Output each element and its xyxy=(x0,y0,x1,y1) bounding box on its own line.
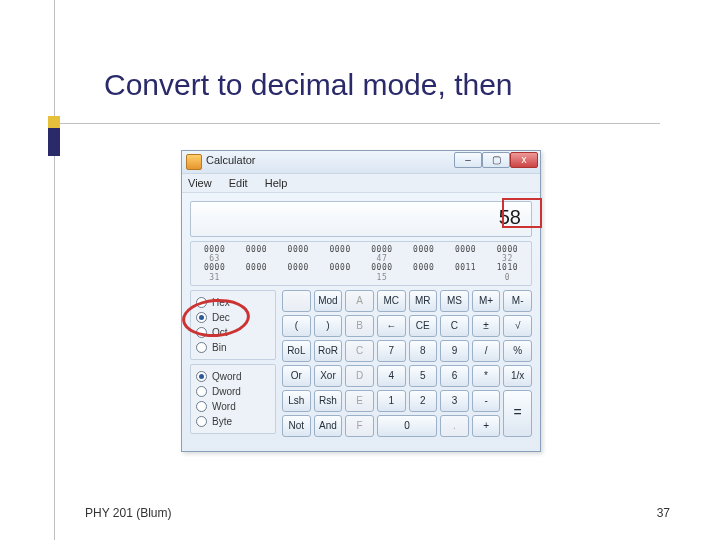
btn-ror[interactable]: RoR xyxy=(314,340,343,362)
radio-oct-label: Oct xyxy=(212,327,228,338)
menu-help[interactable]: Help xyxy=(265,177,288,189)
radio-hex[interactable]: Hex xyxy=(196,295,270,310)
btn-and[interactable]: And xyxy=(314,415,343,437)
radio-dec[interactable]: Dec xyxy=(196,310,270,325)
btn-chex[interactable]: C xyxy=(345,340,374,362)
btn-3[interactable]: 3 xyxy=(440,390,469,412)
slide-title: Convert to decimal mode, then xyxy=(104,68,513,102)
btn-equals[interactable]: = xyxy=(503,390,532,437)
base-radio-group: Hex Dec Oct Bin xyxy=(190,290,276,360)
bit-nibble: 0000 xyxy=(446,245,485,254)
bit-index xyxy=(446,273,485,282)
btn-not[interactable]: Not xyxy=(282,415,311,437)
btn-1[interactable]: 1 xyxy=(377,390,406,412)
btn-sqrt[interactable]: √ xyxy=(503,315,532,337)
btn-mod[interactable]: Mod xyxy=(314,290,343,312)
btn-ce[interactable]: CE xyxy=(409,315,438,337)
btn-0[interactable]: 0 xyxy=(377,415,437,437)
calculator-window: Calculator – ▢ x View Edit Help 58 0000 … xyxy=(181,150,541,452)
btn-4[interactable]: 4 xyxy=(377,365,406,387)
radio-byte-label: Byte xyxy=(212,416,232,427)
app-title: Calculator xyxy=(206,154,256,166)
footer-left: PHY 201 (Blum) xyxy=(85,506,171,520)
bit-nibble: 0000 xyxy=(320,245,359,254)
bit-panel: 0000 0000 0000 0000 0000 0000 0000 0000 … xyxy=(190,241,532,286)
bit-index xyxy=(237,273,276,282)
btn-blank[interactable] xyxy=(282,290,311,312)
bit-nibble: 0000 xyxy=(237,245,276,254)
bit-nibble: 0000 xyxy=(362,245,401,254)
radio-qword-label: Qword xyxy=(212,371,241,382)
btn-divide[interactable]: / xyxy=(472,340,501,362)
radio-bin-label: Bin xyxy=(212,342,226,353)
btn-mminus[interactable]: M- xyxy=(503,290,532,312)
btn-7[interactable]: 7 xyxy=(377,340,406,362)
btn-2[interactable]: 2 xyxy=(409,390,438,412)
radio-dword[interactable]: Dword xyxy=(196,384,270,399)
btn-backspace[interactable]: ← xyxy=(377,315,406,337)
btn-percent[interactable]: % xyxy=(503,340,532,362)
btn-openparen[interactable]: ( xyxy=(282,315,311,337)
bit-index xyxy=(320,273,359,282)
btn-mc[interactable]: MC xyxy=(377,290,406,312)
btn-ms[interactable]: MS xyxy=(440,290,469,312)
radio-word[interactable]: Word xyxy=(196,399,270,414)
btn-lsh[interactable]: Lsh xyxy=(282,390,311,412)
bit-nibble: 0000 xyxy=(404,263,443,272)
bit-index xyxy=(446,254,485,263)
bit-nibble: 1010 xyxy=(488,263,527,272)
bit-nibble: 0000 xyxy=(195,263,234,272)
btn-5[interactable]: 5 xyxy=(409,365,438,387)
btn-f[interactable]: F xyxy=(345,415,374,437)
keypad: Mod A MC MR MS M+ M- ( ) B ← CE C ± √ Ro… xyxy=(282,290,532,437)
menu-edit[interactable]: Edit xyxy=(229,177,248,189)
app-icon xyxy=(186,154,202,170)
bit-index: 0 xyxy=(488,273,527,282)
btn-closeparen[interactable]: ) xyxy=(314,315,343,337)
radio-oct[interactable]: Oct xyxy=(196,325,270,340)
close-button[interactable]: x xyxy=(510,152,538,168)
btn-xor[interactable]: Xor xyxy=(314,365,343,387)
btn-rol[interactable]: RoL xyxy=(282,340,311,362)
bit-index: 15 xyxy=(362,273,401,282)
radio-byte[interactable]: Byte xyxy=(196,414,270,429)
radio-bin[interactable]: Bin xyxy=(196,340,270,355)
btn-reciprocal[interactable]: 1/x xyxy=(503,365,532,387)
bit-nibble: 0000 xyxy=(237,263,276,272)
btn-b[interactable]: B xyxy=(345,315,374,337)
btn-e[interactable]: E xyxy=(345,390,374,412)
minimize-button[interactable]: – xyxy=(454,152,482,168)
btn-6[interactable]: 6 xyxy=(440,365,469,387)
btn-d[interactable]: D xyxy=(345,365,374,387)
btn-mplus[interactable]: M+ xyxy=(472,290,501,312)
btn-dot[interactable]: . xyxy=(440,415,469,437)
radio-dword-label: Dword xyxy=(212,386,241,397)
btn-or[interactable]: Or xyxy=(282,365,311,387)
footer-right: 37 xyxy=(657,506,670,520)
btn-8[interactable]: 8 xyxy=(409,340,438,362)
bit-index xyxy=(404,254,443,263)
btn-minus[interactable]: - xyxy=(472,390,501,412)
btn-rsh[interactable]: Rsh xyxy=(314,390,343,412)
btn-a[interactable]: A xyxy=(345,290,374,312)
btn-c[interactable]: C xyxy=(440,315,469,337)
btn-negate[interactable]: ± xyxy=(472,315,501,337)
btn-9[interactable]: 9 xyxy=(440,340,469,362)
display-value: 58 xyxy=(190,201,532,237)
btn-plus[interactable]: + xyxy=(472,415,501,437)
bit-nibble: 0000 xyxy=(320,263,359,272)
bit-index xyxy=(404,273,443,282)
maximize-button[interactable]: ▢ xyxy=(482,152,510,168)
titlebar: Calculator – ▢ x xyxy=(182,151,540,174)
bit-index xyxy=(279,273,318,282)
bit-index: 31 xyxy=(195,273,234,282)
btn-multiply[interactable]: * xyxy=(472,365,501,387)
radio-qword[interactable]: Qword xyxy=(196,369,270,384)
bit-index xyxy=(279,254,318,263)
radio-word-label: Word xyxy=(212,401,236,412)
bit-nibble: 0000 xyxy=(362,263,401,272)
menu-view[interactable]: View xyxy=(188,177,212,189)
bit-nibble: 0000 xyxy=(279,263,318,272)
bit-index: 63 xyxy=(195,254,234,263)
btn-mr[interactable]: MR xyxy=(409,290,438,312)
